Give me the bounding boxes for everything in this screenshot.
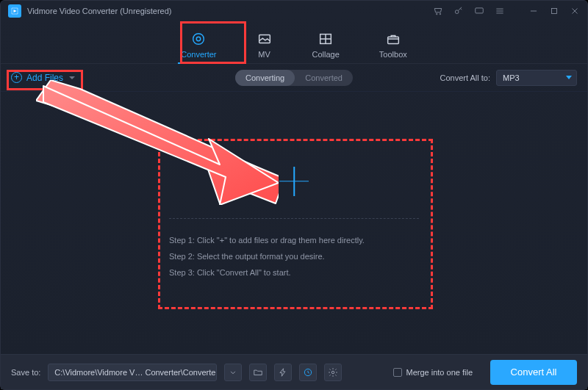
mv-icon	[257, 31, 273, 47]
tab-label: MV	[258, 50, 270, 59]
converter-icon	[190, 31, 207, 47]
feedback-icon[interactable]	[474, 6, 484, 16]
status-segment: Converting Converted	[235, 70, 353, 86]
svg-point-0	[436, 13, 437, 15]
tab-collage[interactable]: Collage	[312, 31, 340, 63]
convert-all-button[interactable]: Convert All	[490, 360, 577, 385]
tab-mv[interactable]: MV	[257, 31, 273, 63]
tab-label: Converter	[181, 50, 216, 59]
step-1: Step 1: Click "+" to add files or drag t…	[169, 232, 419, 248]
chevron-down-icon	[69, 76, 75, 79]
svg-point-1	[440, 13, 441, 15]
window-title: Vidmore Video Converter (Unregistered)	[27, 7, 171, 15]
open-folder-button[interactable]	[249, 364, 267, 381]
convert-all-to: Convert All to: MP3	[440, 70, 577, 86]
collage-icon	[318, 31, 334, 47]
merge-label: Merge into one file	[406, 368, 473, 377]
chevron-down-icon	[566, 76, 572, 79]
app-window: Vidmore Video Converter (Unregistered) C…	[0, 0, 588, 390]
tab-toolbox[interactable]: Toolbox	[379, 31, 407, 63]
save-to-label: Save to:	[11, 368, 40, 377]
path-dropdown-button[interactable]	[224, 364, 242, 381]
output-format-select[interactable]: MP3	[496, 70, 577, 86]
hw-accel-button[interactable]	[274, 364, 292, 381]
add-files-button[interactable]: Add Files	[11, 72, 75, 83]
divider	[169, 218, 419, 219]
step-3: Step 3: Click "Convert All" to start.	[169, 264, 419, 281]
save-path-field[interactable]: C:\Vidmore\Vidmore V… Converter\Converte…	[48, 364, 217, 381]
main-area: Step 1: Click "+" to add files or drag t…	[1, 93, 587, 354]
sub-toolbar: Add Files Converting Converted Convert A…	[1, 64, 587, 92]
key-icon[interactable]	[453, 6, 464, 16]
drop-area[interactable]: Step 1: Click "+" to add files or drag t…	[169, 167, 419, 281]
svg-point-6	[197, 37, 201, 41]
segment-converted[interactable]: Converted	[295, 73, 353, 82]
toolbox-icon	[385, 31, 401, 47]
convert-all-label: Convert All	[511, 366, 557, 378]
tab-converter[interactable]: Converter	[181, 31, 216, 63]
cart-icon[interactable]	[433, 6, 443, 16]
top-tabs: Converter MV Collage Toolbox	[1, 21, 587, 64]
svg-rect-9	[387, 37, 398, 43]
instructions: Step 1: Click "+" to add files or drag t…	[169, 232, 419, 281]
svg-rect-7	[259, 35, 270, 43]
checkbox-icon	[393, 368, 402, 377]
bottom-bar: Save to: C:\Vidmore\Vidmore V… Converter…	[1, 354, 587, 389]
title-actions	[433, 6, 580, 16]
output-format-value: MP3	[503, 73, 520, 82]
app-logo-icon	[8, 4, 21, 18]
merge-checkbox[interactable]: Merge into one file	[393, 368, 473, 377]
add-files-label: Add Files	[26, 73, 63, 83]
settings-button[interactable]	[324, 364, 342, 381]
svg-point-11	[332, 371, 335, 374]
convert-all-to-label: Convert All to:	[440, 73, 490, 82]
minimize-icon[interactable]	[528, 6, 539, 16]
svg-point-5	[193, 34, 204, 45]
add-files-plus-icon[interactable]	[279, 167, 309, 196]
title-bar: Vidmore Video Converter (Unregistered)	[1, 1, 587, 21]
tab-label: Collage	[312, 50, 340, 59]
maximize-icon[interactable]	[549, 6, 559, 16]
step-2: Step 2: Select the output format you des…	[169, 248, 419, 264]
tab-label: Toolbox	[379, 50, 407, 59]
menu-icon[interactable]	[495, 6, 505, 16]
high-speed-button[interactable]	[299, 364, 317, 381]
segment-converting[interactable]: Converting	[235, 70, 295, 86]
svg-rect-4	[552, 9, 557, 14]
close-icon[interactable]	[570, 6, 580, 16]
svg-point-2	[455, 10, 459, 14]
plus-circle-icon	[11, 72, 22, 83]
